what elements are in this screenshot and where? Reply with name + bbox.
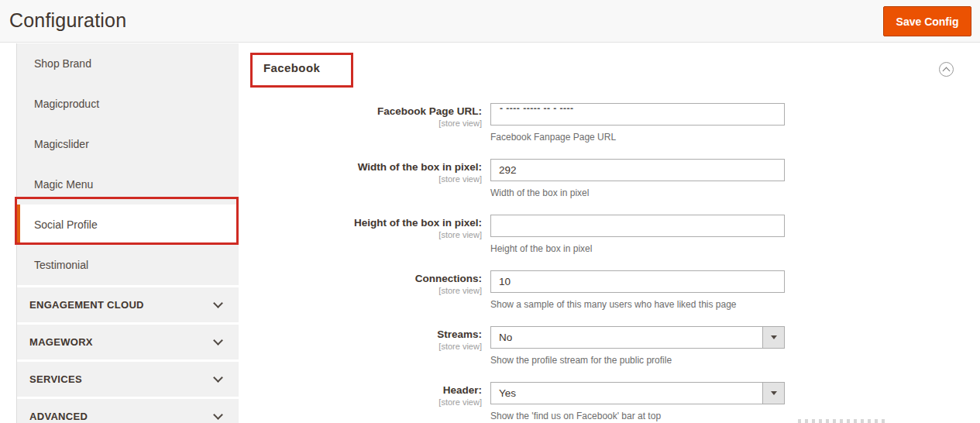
sidebar-section-mageworx[interactable]: MAGEWORX [17, 325, 239, 359]
field-helper: Facebook Fanpage Page URL [490, 132, 616, 143]
caret-down-icon [771, 391, 777, 395]
field-helper: Show the 'find us on Facebook' bar at to… [490, 411, 661, 421]
field-scope: [store view] [239, 342, 482, 351]
caret-down-icon [771, 335, 777, 339]
select-dropdown-button[interactable] [762, 327, 784, 348]
select-dropdown-button[interactable] [762, 383, 784, 404]
sidebar-item-social-profile[interactable]: Social Profile [17, 205, 239, 245]
sidebar-item-magicproduct[interactable]: Magicproduct [17, 84, 239, 124]
field-scope: [store view] [239, 397, 482, 407]
facebook-page-url-input[interactable]: - ---- ----- -- - ---- [490, 103, 785, 126]
sidebar-item-shop-brand[interactable]: Shop Brand [17, 43, 239, 84]
sidebar-section-advanced[interactable]: ADVANCED [17, 399, 239, 423]
sidebar-item-label: Shop Brand [34, 57, 91, 70]
sidebar-sections: ENGAGEMENT CLOUD MAGEWORX SERVICES ADVAN… [17, 287, 239, 423]
field-row-header: Header: [store view] Yes Show the 'find … [239, 382, 812, 423]
sidebar-section-services[interactable]: SERVICES [17, 362, 239, 397]
chevron-down-icon [213, 298, 223, 308]
width-input[interactable] [490, 159, 785, 181]
sidebar-item-label: Social Profile [34, 218, 98, 231]
field-helper: Height of the box in pixel [490, 243, 592, 254]
clipped-text-artifact [798, 419, 885, 423]
sidebar-section-label: ENGAGEMENT CLOUD [29, 299, 144, 311]
field-row-height: Height of the box in pixel: [store view]… [239, 215, 812, 263]
sidebar-section-engagement-cloud[interactable]: ENGAGEMENT CLOUD [17, 287, 239, 322]
field-row-facebook-page-url: Facebook Page URL: [store view] - ---- -… [239, 103, 812, 151]
sidebar-item-label: Magicslider [34, 138, 89, 150]
chevron-up-icon [943, 67, 951, 75]
field-scope: [store view] [239, 230, 482, 239]
facebook-section-title: Facebook [263, 61, 320, 74]
sidebar-item-label: Magic Menu [34, 178, 93, 191]
field-row-streams: Streams: [store view] No Show the profil… [239, 326, 812, 374]
sidebar-item-label: Testimonial [34, 259, 88, 271]
page-header: Configuration Save Config [0, 0, 980, 43]
height-input[interactable] [490, 215, 785, 237]
field-row-width: Width of the box in pixel: [store view] … [239, 159, 812, 207]
field-helper: Show a sample of this many users who hav… [490, 299, 737, 310]
field-helper: Show the profile stream for the public p… [490, 355, 672, 366]
chevron-down-icon [213, 373, 223, 383]
field-scope: [store view] [239, 286, 482, 295]
field-scope: [store view] [239, 174, 482, 184]
field-label: Streams: [239, 328, 482, 340]
sidebar-item-magic-menu[interactable]: Magic Menu [17, 164, 239, 205]
field-label: Width of the box in pixel: [239, 161, 482, 173]
select-value: Yes [491, 383, 784, 404]
sidebar-item-testimonial[interactable]: Testimonial [17, 245, 239, 285]
active-item-indicator [17, 205, 20, 245]
chevron-down-icon [213, 410, 223, 420]
field-label: Connections: [239, 273, 482, 284]
field-label: Height of the box in pixel: [239, 217, 482, 229]
sidebar-section-label: SERVICES [29, 373, 82, 385]
connections-input[interactable] [490, 270, 785, 293]
chevron-down-icon [213, 335, 223, 346]
configuration-page: Configuration Save Config Shop Brand Mag… [0, 0, 980, 423]
field-row-connections: Connections: [store view] Show a sample … [239, 270, 812, 318]
save-config-button[interactable]: Save Config [883, 6, 971, 36]
streams-select[interactable]: No [490, 326, 785, 349]
field-helper: Width of the box in pixel [490, 187, 589, 198]
header-select[interactable]: Yes [490, 382, 785, 404]
sidebar-section-label: ADVANCED [29, 411, 88, 422]
select-value: No [491, 327, 784, 348]
collapse-section-button[interactable] [939, 62, 954, 77]
page-title: Configuration [9, 9, 126, 32]
field-label: Facebook Page URL: [239, 105, 482, 117]
sidebar-item-magicslider[interactable]: Magicslider [17, 124, 239, 164]
sidebar-section-label: MAGEWORX [29, 336, 93, 348]
clipped-input-value: - ---- ----- -- - ---- [500, 105, 784, 112]
field-scope: [store view] [239, 119, 482, 128]
sidebar-item-label: Magicproduct [34, 98, 99, 110]
config-sidebar: Shop Brand Magicproduct Magicslider Magi… [16, 43, 239, 423]
field-label: Header: [239, 384, 482, 396]
